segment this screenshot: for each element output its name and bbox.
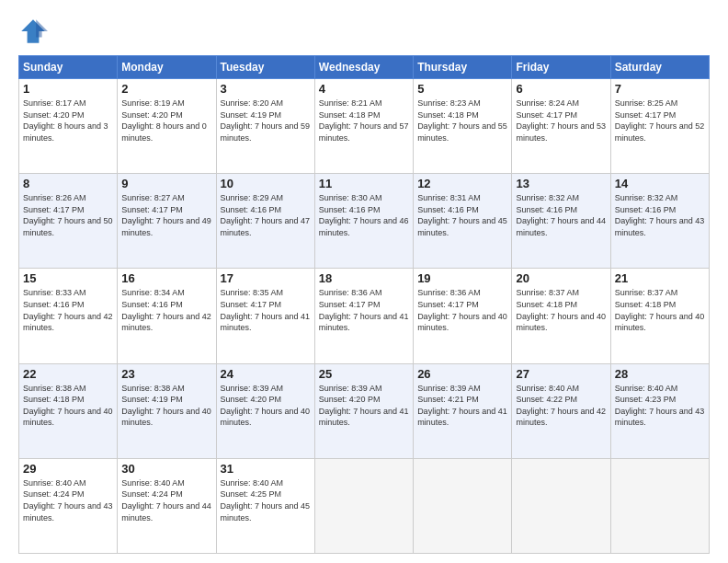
day-info: Sunrise: 8:30 AM Sunset: 4:16 PM Dayligh… (319, 192, 409, 238)
calendar-cell: 20 Sunrise: 8:37 AM Sunset: 4:18 PM Dayl… (512, 269, 610, 363)
day-number: 31 (221, 462, 311, 476)
header (18, 17, 710, 46)
day-number: 17 (221, 271, 311, 285)
calendar-cell: 27 Sunrise: 8:40 AM Sunset: 4:22 PM Dayl… (512, 363, 610, 458)
calendar-cell: 21 Sunrise: 8:37 AM Sunset: 4:18 PM Dayl… (610, 269, 709, 363)
day-number: 15 (23, 271, 113, 285)
day-info: Sunrise: 8:32 AM Sunset: 4:16 PM Dayligh… (615, 192, 705, 238)
day-info: Sunrise: 8:39 AM Sunset: 4:21 PM Dayligh… (417, 383, 507, 429)
day-number: 5 (417, 82, 507, 96)
calendar-cell: 1 Sunrise: 8:17 AM Sunset: 4:20 PM Dayli… (19, 79, 118, 174)
day-info: Sunrise: 8:27 AM Sunset: 4:17 PM Dayligh… (121, 192, 211, 238)
day-info: Sunrise: 8:17 AM Sunset: 4:20 PM Dayligh… (23, 98, 113, 144)
day-info: Sunrise: 8:40 AM Sunset: 4:23 PM Dayligh… (615, 383, 705, 429)
day-number: 6 (516, 82, 606, 96)
day-info: Sunrise: 8:31 AM Sunset: 4:16 PM Dayligh… (417, 192, 507, 238)
col-header-thursday: Thursday (414, 56, 512, 79)
col-header-sunday: Sunday (19, 56, 118, 79)
calendar-header-row: SundayMondayTuesdayWednesdayThursdayFrid… (19, 56, 710, 79)
day-number: 11 (319, 177, 409, 190)
calendar-cell: 15 Sunrise: 8:33 AM Sunset: 4:16 PM Dayl… (19, 269, 118, 363)
calendar-cell: 6 Sunrise: 8:24 AM Sunset: 4:17 PM Dayli… (512, 79, 610, 174)
logo-icon (18, 17, 48, 46)
day-info: Sunrise: 8:36 AM Sunset: 4:17 PM Dayligh… (417, 287, 507, 333)
day-info: Sunrise: 8:33 AM Sunset: 4:16 PM Dayligh… (23, 287, 113, 333)
calendar-cell: 28 Sunrise: 8:40 AM Sunset: 4:23 PM Dayl… (610, 363, 709, 458)
day-number: 18 (319, 271, 409, 285)
day-info: Sunrise: 8:40 AM Sunset: 4:25 PM Dayligh… (221, 477, 311, 523)
calendar-table: SundayMondayTuesdayWednesdayThursdayFrid… (18, 55, 710, 554)
calendar-cell (414, 458, 512, 553)
calendar-cell: 9 Sunrise: 8:27 AM Sunset: 4:17 PM Dayli… (118, 174, 216, 269)
day-number: 24 (221, 367, 311, 381)
week-row-2: 8 Sunrise: 8:26 AM Sunset: 4:17 PM Dayli… (19, 174, 710, 269)
day-number: 25 (319, 367, 409, 381)
calendar-cell: 23 Sunrise: 8:38 AM Sunset: 4:19 PM Dayl… (118, 363, 216, 458)
day-number: 28 (615, 367, 705, 381)
calendar-cell: 29 Sunrise: 8:40 AM Sunset: 4:24 PM Dayl… (19, 458, 118, 553)
day-number: 30 (121, 462, 211, 476)
calendar-cell: 22 Sunrise: 8:38 AM Sunset: 4:18 PM Dayl… (19, 363, 118, 458)
calendar-cell: 16 Sunrise: 8:34 AM Sunset: 4:16 PM Dayl… (118, 269, 216, 363)
calendar-cell: 26 Sunrise: 8:39 AM Sunset: 4:21 PM Dayl… (414, 363, 512, 458)
calendar-cell: 25 Sunrise: 8:39 AM Sunset: 4:20 PM Dayl… (314, 363, 413, 458)
day-number: 3 (221, 82, 311, 96)
day-info: Sunrise: 8:20 AM Sunset: 4:19 PM Dayligh… (221, 98, 311, 144)
day-info: Sunrise: 8:38 AM Sunset: 4:18 PM Dayligh… (23, 383, 113, 429)
page: SundayMondayTuesdayWednesdayThursdayFrid… (0, 0, 728, 563)
day-number: 29 (23, 462, 113, 476)
calendar-cell: 10 Sunrise: 8:29 AM Sunset: 4:16 PM Dayl… (216, 174, 314, 269)
day-info: Sunrise: 8:32 AM Sunset: 4:16 PM Dayligh… (516, 192, 606, 238)
week-row-5: 29 Sunrise: 8:40 AM Sunset: 4:24 PM Dayl… (19, 458, 710, 553)
calendar-cell: 4 Sunrise: 8:21 AM Sunset: 4:18 PM Dayli… (314, 79, 413, 174)
calendar-cell: 31 Sunrise: 8:40 AM Sunset: 4:25 PM Dayl… (216, 458, 314, 553)
day-number: 21 (615, 271, 705, 285)
col-header-saturday: Saturday (610, 56, 709, 79)
calendar-cell (610, 458, 709, 553)
day-info: Sunrise: 8:38 AM Sunset: 4:19 PM Dayligh… (121, 383, 211, 429)
day-number: 8 (23, 177, 113, 190)
day-info: Sunrise: 8:29 AM Sunset: 4:16 PM Dayligh… (221, 192, 311, 238)
day-number: 7 (615, 82, 705, 96)
svg-marker-1 (36, 19, 48, 37)
col-header-tuesday: Tuesday (216, 56, 314, 79)
day-info: Sunrise: 8:24 AM Sunset: 4:17 PM Dayligh… (516, 98, 606, 144)
calendar-cell: 19 Sunrise: 8:36 AM Sunset: 4:17 PM Dayl… (414, 269, 512, 363)
calendar-cell: 17 Sunrise: 8:35 AM Sunset: 4:17 PM Dayl… (216, 269, 314, 363)
day-info: Sunrise: 8:39 AM Sunset: 4:20 PM Dayligh… (221, 383, 311, 429)
day-number: 14 (615, 177, 705, 190)
col-header-friday: Friday (512, 56, 610, 79)
day-info: Sunrise: 8:40 AM Sunset: 4:22 PM Dayligh… (516, 383, 606, 429)
day-info: Sunrise: 8:26 AM Sunset: 4:17 PM Dayligh… (23, 192, 113, 238)
col-header-monday: Monday (118, 56, 216, 79)
day-info: Sunrise: 8:40 AM Sunset: 4:24 PM Dayligh… (121, 477, 211, 523)
calendar-cell: 5 Sunrise: 8:23 AM Sunset: 4:18 PM Dayli… (414, 79, 512, 174)
day-number: 12 (417, 177, 507, 190)
day-number: 16 (121, 271, 211, 285)
day-number: 10 (221, 177, 311, 190)
day-number: 20 (516, 271, 606, 285)
calendar-cell: 18 Sunrise: 8:36 AM Sunset: 4:17 PM Dayl… (314, 269, 413, 363)
calendar-cell: 8 Sunrise: 8:26 AM Sunset: 4:17 PM Dayli… (19, 174, 118, 269)
day-number: 2 (121, 82, 211, 96)
day-number: 13 (516, 177, 606, 190)
day-number: 27 (516, 367, 606, 381)
week-row-4: 22 Sunrise: 8:38 AM Sunset: 4:18 PM Dayl… (19, 363, 710, 458)
day-info: Sunrise: 8:34 AM Sunset: 4:16 PM Dayligh… (121, 287, 211, 333)
week-row-3: 15 Sunrise: 8:33 AM Sunset: 4:16 PM Dayl… (19, 269, 710, 363)
calendar-cell: 7 Sunrise: 8:25 AM Sunset: 4:17 PM Dayli… (610, 79, 709, 174)
day-number: 9 (121, 177, 211, 190)
day-info: Sunrise: 8:37 AM Sunset: 4:18 PM Dayligh… (516, 287, 606, 333)
day-info: Sunrise: 8:25 AM Sunset: 4:17 PM Dayligh… (615, 98, 705, 144)
day-info: Sunrise: 8:40 AM Sunset: 4:24 PM Dayligh… (23, 477, 113, 523)
day-info: Sunrise: 8:39 AM Sunset: 4:20 PM Dayligh… (319, 383, 409, 429)
day-number: 19 (417, 271, 507, 285)
calendar-cell: 13 Sunrise: 8:32 AM Sunset: 4:16 PM Dayl… (512, 174, 610, 269)
col-header-wednesday: Wednesday (314, 56, 413, 79)
day-info: Sunrise: 8:35 AM Sunset: 4:17 PM Dayligh… (221, 287, 311, 333)
calendar-cell: 12 Sunrise: 8:31 AM Sunset: 4:16 PM Dayl… (414, 174, 512, 269)
day-info: Sunrise: 8:19 AM Sunset: 4:20 PM Dayligh… (121, 98, 211, 144)
calendar-cell: 24 Sunrise: 8:39 AM Sunset: 4:20 PM Dayl… (216, 363, 314, 458)
day-info: Sunrise: 8:23 AM Sunset: 4:18 PM Dayligh… (417, 98, 507, 144)
day-number: 26 (417, 367, 507, 381)
